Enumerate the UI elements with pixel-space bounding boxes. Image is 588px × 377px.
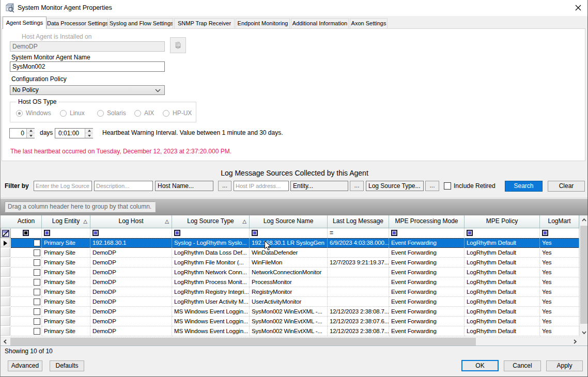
action-checkbox[interactable] xyxy=(34,259,40,266)
days-up-button[interactable] xyxy=(27,129,35,133)
filter-cell-mpe-processing-mode[interactable] xyxy=(389,228,465,238)
filter-cell-logmart[interactable] xyxy=(540,228,579,238)
grid-group-bar: Drag a column header here to group by th… xyxy=(1,198,588,215)
column-header-action[interactable]: Action xyxy=(11,215,42,228)
action-checkbox[interactable] xyxy=(34,279,40,286)
column-header-log-source-name[interactable]: Log Source Name xyxy=(250,215,328,228)
action-checkbox[interactable] xyxy=(34,269,40,276)
grid-row-2[interactable]: Primary SiteDemoDPLogRhythm Data Loss De… xyxy=(1,248,588,258)
scroll-down-button[interactable] xyxy=(580,328,588,337)
radio-hp-ux[interactable] xyxy=(163,110,169,117)
filter-cell-mpe-policy[interactable] xyxy=(465,228,540,238)
radio-aix[interactable] xyxy=(134,110,141,117)
cell-name: RegistryMonitor xyxy=(250,287,328,297)
cell-entity: Primary Site xyxy=(42,307,90,317)
description-filter-input[interactable] xyxy=(94,181,153,191)
scroll-right-button[interactable] xyxy=(570,337,579,346)
grid-row-1[interactable]: Primary Site192.168.30.1Syslog - LogRhyt… xyxy=(1,238,588,248)
filter-cell-action[interactable] xyxy=(11,228,42,238)
log-source-filter-input[interactable] xyxy=(34,181,92,191)
config-policy-dropdown[interactable]: No Policy xyxy=(10,85,165,95)
days-spinner[interactable]: 0 xyxy=(9,128,35,138)
days-down-button[interactable] xyxy=(27,133,35,138)
tab-endpoint-monitoring[interactable]: Endpoint Monitoring xyxy=(236,18,290,28)
cancel-button[interactable]: Cancel xyxy=(504,360,541,371)
action-checkbox[interactable] xyxy=(34,318,40,325)
chevron-down-icon xyxy=(582,331,586,334)
grid-bottom-border xyxy=(1,345,588,346)
grid-row-5[interactable]: Primary SiteDemoDPLogRhythm Process Moni… xyxy=(1,277,588,287)
tab-data-processor-settings[interactable]: Data Processor Settings xyxy=(47,18,108,28)
host-name-filter-box[interactable]: Host Name... xyxy=(155,181,213,191)
filter-cell-log-host[interactable] xyxy=(90,228,172,238)
scroll-left-button[interactable] xyxy=(1,337,9,346)
column-header-log-source-type[interactable]: Log Source Type△ xyxy=(172,215,250,228)
interval-up-button[interactable] xyxy=(85,129,93,133)
interval-down-button[interactable] xyxy=(85,133,93,138)
clear-button[interactable]: Clear xyxy=(548,181,585,192)
radio-solaris[interactable] xyxy=(97,110,104,117)
filter-cell-log-source-name[interactable] xyxy=(250,228,328,238)
radio-windows[interactable] xyxy=(16,110,23,117)
column-header-mpe-processing-mode[interactable]: MPE Processing Mode xyxy=(389,215,465,228)
tab-syslog-and-flow-settings[interactable]: Syslog and Flow Settings xyxy=(109,18,173,28)
defaults-button[interactable]: Defaults xyxy=(50,360,84,371)
include-retired-checkbox[interactable] xyxy=(444,182,451,190)
cell-action xyxy=(11,238,42,248)
column-header-last-log-message[interactable]: Last Log Message xyxy=(328,215,389,228)
column-header-log-host[interactable]: Log Host△ xyxy=(90,215,172,228)
filter-cell-log-entity[interactable] xyxy=(42,228,90,238)
cell-entity: Primary Site xyxy=(42,317,90,326)
agent-properties-button[interactable] xyxy=(170,37,186,53)
entity-filter-box[interactable]: Entity... xyxy=(290,181,348,191)
action-checkbox[interactable] xyxy=(34,328,40,335)
radio-linux[interactable] xyxy=(60,110,67,117)
grid-row-7[interactable]: Primary SiteDemoDPLogRhythm User Activit… xyxy=(1,297,588,307)
action-checkbox[interactable] xyxy=(34,308,40,315)
cell-name: SysMon002 WinEvtXML -... xyxy=(250,307,328,317)
entity-browse-button[interactable]: ... xyxy=(350,181,364,191)
vertical-scrollbar[interactable] xyxy=(579,215,588,337)
apply-button[interactable]: Apply xyxy=(546,360,583,371)
interval-spinner[interactable]: 0:01:00 xyxy=(55,128,93,138)
log-source-type-browse-button[interactable]: ... xyxy=(425,181,439,191)
cell-logmart: Yes xyxy=(540,258,579,268)
cell-logmart: Yes xyxy=(540,297,579,307)
column-header-mpe-policy[interactable]: MPE Policy xyxy=(465,215,540,228)
ok-button[interactable]: OK xyxy=(461,360,499,371)
log-source-type-filter-box[interactable]: Log Source Type... xyxy=(366,181,424,191)
action-checkbox[interactable] xyxy=(34,249,40,256)
column-header-log-entity[interactable]: Log Entity△ xyxy=(42,215,90,228)
action-checkbox[interactable] xyxy=(34,240,40,246)
close-button[interactable] xyxy=(570,2,586,14)
cell-type: LogRhythm Process Monit... xyxy=(172,277,250,287)
filter-by-label: Filter by xyxy=(5,182,29,190)
host-name-browse-button[interactable]: ... xyxy=(218,181,231,191)
filter-cell-log-source-type[interactable] xyxy=(172,228,250,238)
tab-additional-information[interactable]: Additional Information xyxy=(291,18,349,28)
host-ip-filter-input[interactable] xyxy=(234,181,289,191)
action-checkbox[interactable] xyxy=(34,289,40,295)
advanced-button[interactable]: Advanced xyxy=(8,360,42,371)
app-icon xyxy=(5,3,14,12)
scroll-up-button[interactable] xyxy=(580,215,588,224)
grid-row-9[interactable]: Primary SiteDemoDPMS Windows Event Loggi… xyxy=(1,317,588,326)
search-button[interactable]: Search xyxy=(505,181,543,192)
grid-row-6[interactable]: Primary SiteDemoDPLogRhythm Registry Int… xyxy=(1,287,588,297)
grid-row-4[interactable]: Primary SiteDemoDPLogRhythm Network Conn… xyxy=(1,268,588,277)
grid-row-10[interactable]: Primary SiteDemoDPMS Windows Event Loggi… xyxy=(1,326,588,336)
tab-axon-settings[interactable]: Axon Settings xyxy=(350,18,388,28)
action-checkbox[interactable] xyxy=(34,299,40,305)
grid-row-8[interactable]: Primary SiteDemoDPMS Windows Event Loggi… xyxy=(1,307,588,317)
tab-snmp-trap-receiver[interactable]: SNMP Trap Receiver xyxy=(174,18,235,28)
agent-name-field[interactable]: SysMon002 xyxy=(10,61,165,72)
cell-mode: Event Forwarding xyxy=(389,287,465,297)
cell-host: DemoDP xyxy=(90,317,172,326)
horizontal-scrollbar[interactable] xyxy=(1,337,579,345)
column-header-logmart[interactable]: LogMart xyxy=(540,215,579,228)
horizontal-scroll-thumb[interactable] xyxy=(10,338,476,345)
grid-row-3[interactable]: Primary SiteDemoDPLogRhythm File Monitor… xyxy=(1,258,588,268)
filter-cell-last-log-message[interactable]: = xyxy=(328,228,389,238)
vertical-scroll-thumb[interactable] xyxy=(580,226,588,324)
tab-agent-settings[interactable]: Agent Settings xyxy=(3,17,47,29)
